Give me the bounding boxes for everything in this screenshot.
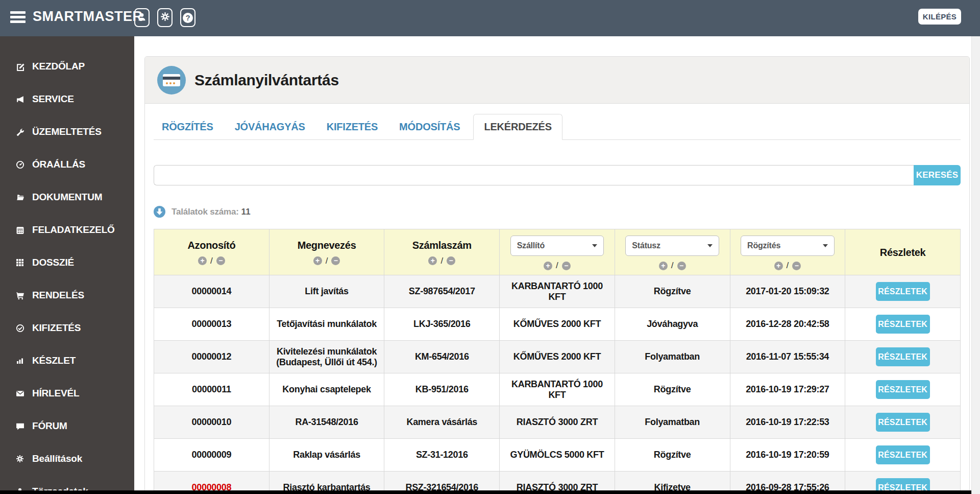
column-header-szallito: Szállító [500,229,615,275]
details-button[interactable]: RÉSZLETEK [876,413,930,432]
sidebar-item-dokumentum[interactable]: DOKUMENTUM [0,181,134,214]
tab-modositas[interactable]: MÓDOSÍTÁS [391,114,468,139]
invoice-registry-panel: Számlanyilvántartás RÖGZÍTÉS JÓVÁHAGYÁS … [144,56,970,494]
invoice-id: 00000012 [154,341,270,373]
invoice-number: LKJ-365/2016 [384,308,500,341]
panel-heading: Számlanyilvántartás [145,57,969,104]
grid-icon [13,258,27,267]
settings-button[interactable] [157,8,173,27]
invoice-name: Konyhai csaptelepek [269,373,384,406]
sidebar-item-keszlet[interactable]: KÉSZLET [0,344,134,377]
sort-ascending-button[interactable] [313,256,322,265]
megaphone-icon [13,95,27,104]
sort-ascending-button[interactable] [774,262,783,270]
table-row: 00000013 Tetőjavítási munkálatok LKJ-365… [154,308,961,341]
sidebar-nav: KEZDŐLAP SERVICE ÜZEMELTETÉS ÓRAÁLLÁS DO… [0,36,134,494]
application-window: SMARTMASTER KILÉPÉS KEZDŐLAP [0,0,980,494]
sidebar-item-dosszie[interactable]: DOSSZIÉ [0,246,134,279]
invoice-name: Lift javítás [269,275,384,308]
sidebar-item-label: RENDELÉS [32,290,84,301]
invoice-number: SZ-987654/2017 [384,275,500,308]
sidebar-item-kezdolap[interactable]: KEZDŐLAP [0,50,134,83]
result-count-value: 11 [241,207,251,217]
panel-body: RÖGZÍTÉS JÓVÁHAGYÁS KIFIZETÉS MÓDOSÍTÁS … [145,113,969,494]
sidebar-item-kifizetes[interactable]: KIFIZETÉS [0,312,134,344]
sidebar-item-label: SERVICE [32,93,74,105]
result-count-row: Találatok száma: 11 [154,206,961,218]
invoice-details-cell: RÉSZLETEK [845,275,961,308]
sidebar-item-feladatkezelo[interactable]: FELADATKEZELŐ [0,214,134,246]
column-header-statusz: Státusz [615,229,730,275]
sort-descending-button[interactable] [331,256,340,265]
sort-descending-button[interactable] [677,262,686,270]
search-button[interactable]: KERESÉS [914,165,961,185]
details-button[interactable]: RÉSZLETEK [876,282,930,301]
invoice-recorded-at: 2016-12-28 20:42:58 [730,308,845,341]
gear-icon [13,455,27,463]
sidebar-item-rendeles[interactable]: RENDELÉS [0,279,134,312]
table-row: 00000010 RA-31548/2016 Kamera vásárlás R… [154,406,961,439]
invoice-details-cell: RÉSZLETEK [845,373,961,406]
recorded-filter-select[interactable]: Rögzítés [741,236,835,256]
help-button[interactable] [180,8,195,27]
invoice-id: 00000014 [154,275,270,308]
sort-ascending-button[interactable] [544,262,552,270]
profile-button[interactable] [134,8,150,27]
sidebar-item-label: ÓRAÁLLÁS [32,159,85,170]
tab-rogzites[interactable]: RÖGZÍTÉS [154,114,222,139]
folder-open-icon [13,193,27,202]
invoice-recorded-at: 2017-01-20 15:09:32 [730,275,845,308]
invoice-supplier: KŐMŰVES 2000 KFT [500,308,615,341]
sort-ascending-button[interactable] [659,262,668,270]
sort-ascending-button[interactable] [198,256,207,265]
invoice-details-cell: RÉSZLETEK [845,439,961,472]
invoice-id: 00000013 [154,308,270,341]
sidebar-item-service[interactable]: SERVICE [0,83,134,115]
invoice-recorded-at: 2016-10-19 17:20:59 [730,439,845,472]
column-header-reszletek: Részletek [845,229,961,275]
invoice-recorded-at: 2016-11-07 15:55:34 [730,341,845,373]
sidebar-item-beallitasok[interactable]: Beállítások [0,442,134,475]
status-filter-select[interactable]: Státusz [625,236,719,256]
table-row: 00000011 Konyhai csaptelepek KB-951/2016… [154,373,961,406]
search-input[interactable] [154,165,914,185]
user-icon [137,12,146,23]
invoice-status: Rögzítve [615,439,730,472]
hamburger-menu-icon[interactable] [10,11,26,25]
scrollbar[interactable] [971,36,980,494]
sort-descending-button[interactable] [447,256,455,265]
logout-button[interactable]: KILÉPÉS [918,9,961,25]
sort-ascending-button[interactable] [428,256,437,265]
sort-descending-button[interactable] [216,256,225,265]
details-button[interactable]: RÉSZLETEK [876,380,930,399]
chevron-down-icon [707,244,713,247]
details-button[interactable]: RÉSZLETEK [876,445,930,464]
tab-lekerdezes[interactable]: LEKÉRDEZÉS [473,114,562,140]
page-title: Számlanyilvántartás [194,72,339,89]
invoice-status: Rögzítve [615,373,730,406]
sidebar-item-hirlevel[interactable]: HÍRLEVÉL [0,377,134,410]
invoice-number: SZ-31-12016 [384,439,500,472]
details-button[interactable]: RÉSZLETEK [876,315,930,334]
cart-icon [13,291,27,300]
bar-chart-icon [13,357,27,365]
supplier-filter-select[interactable]: Szállító [510,236,604,256]
sidebar-item-label: FÓRUM [32,420,67,432]
tab-kifizetes[interactable]: KIFIZETÉS [318,114,386,139]
sidebar-item-uzemeltetes[interactable]: ÜZEMELTETÉS [0,115,134,148]
invoice-supplier: RIASZTÓ 3000 ZRT [500,406,615,439]
invoice-details-cell: RÉSZLETEK [845,406,961,439]
sort-separator [787,261,789,271]
sort-descending-button[interactable] [562,262,571,270]
invoice-id: 00000011 [154,373,270,406]
details-button[interactable]: RÉSZLETEK [876,347,930,366]
sort-descending-button[interactable] [792,262,801,270]
invoice-name: Tetőjavítási munkálatok [269,308,384,341]
sidebar-item-label: KEZDŐLAP [32,61,85,72]
sidebar-item-forum[interactable]: FÓRUM [0,410,134,442]
invoice-status: Folyamatban [615,341,730,373]
tab-jovahagyas[interactable]: JÓVÁHAGYÁS [227,114,313,139]
sidebar-item-label: DOSSZIÉ [32,257,74,268]
invoice-id: 00000009 [154,439,270,472]
sidebar-item-oraallas[interactable]: ÓRAÁLLÁS [0,148,134,181]
